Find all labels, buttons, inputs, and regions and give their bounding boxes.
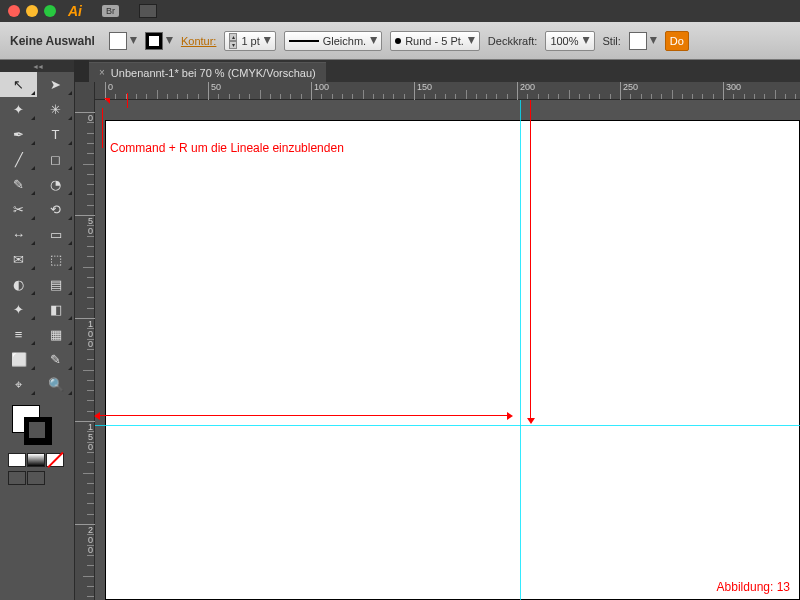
tool-10[interactable]: ✂ xyxy=(0,197,37,222)
style-label: Stil: xyxy=(603,35,621,47)
guide-vertical[interactable] xyxy=(520,100,521,600)
tool-2[interactable]: ✦ xyxy=(0,97,37,122)
ruler-v-tick: 100 xyxy=(75,318,95,349)
tool-17[interactable]: ▤ xyxy=(37,272,74,297)
doc-setup-button[interactable]: Do xyxy=(665,31,689,51)
close-window-button[interactable] xyxy=(8,5,20,17)
tool-24[interactable]: ⌖ xyxy=(0,372,37,397)
tool-21[interactable]: ▦ xyxy=(37,322,74,347)
control-bar: Keine Auswahl Kontur: ▴▾ 1 pt Gleichm. R… xyxy=(0,22,800,60)
ruler-v-tick: 150 xyxy=(75,421,95,452)
bridge-button[interactable]: Br xyxy=(102,5,119,17)
tool-18[interactable]: ✦ xyxy=(0,297,37,322)
tool-16[interactable]: ◐ xyxy=(0,272,37,297)
ruler-v-tick: 200 xyxy=(75,524,95,555)
titlebar: Ai Br xyxy=(0,0,800,22)
annotation-arrow-vertical xyxy=(530,100,531,418)
maximize-window-button[interactable] xyxy=(44,5,56,17)
tool-9[interactable]: ◔ xyxy=(37,172,74,197)
fill-swatch[interactable] xyxy=(109,32,137,50)
annotation-arrow-horizontal xyxy=(100,415,507,416)
tool-3[interactable]: ✳ xyxy=(37,97,74,122)
tool-11[interactable]: ⟲ xyxy=(37,197,74,222)
ruler-h-tick: 100 xyxy=(311,82,329,100)
stroke-label[interactable]: Kontur: xyxy=(181,35,216,47)
selection-status: Keine Auswahl xyxy=(10,34,95,48)
close-tab-icon[interactable]: × xyxy=(99,67,105,78)
ruler-h-tick: 250 xyxy=(620,82,638,100)
tool-0[interactable]: ↖ xyxy=(0,72,37,97)
stroke-swatch[interactable] xyxy=(145,32,173,50)
ruler-h-tick: 200 xyxy=(517,82,535,100)
tool-4[interactable]: ✒ xyxy=(0,122,37,147)
fill-stroke-proxy[interactable] xyxy=(0,401,74,451)
annotation-text-rulers: Command + R um die Lineale einzublenden xyxy=(110,141,344,155)
figure-caption: Abbildung: 13 xyxy=(717,580,790,594)
document-tab[interactable]: × Unbenannt-1* bei 70 % (CMYK/Vorschau) xyxy=(89,62,326,82)
tool-8[interactable]: ✎ xyxy=(0,172,37,197)
tool-19[interactable]: ◧ xyxy=(37,297,74,322)
guide-horizontal[interactable] xyxy=(95,425,800,426)
tool-5[interactable]: T xyxy=(37,122,74,147)
dash-dropdown[interactable]: Gleichm. xyxy=(284,31,382,51)
tool-6[interactable]: ╱ xyxy=(0,147,37,172)
ruler-h-tick: 300 xyxy=(723,82,741,100)
stroke-weight-value: 1 pt xyxy=(241,35,259,47)
tool-12[interactable]: ↔ xyxy=(0,222,37,247)
brush-dropdown[interactable]: Rund - 5 Pt. xyxy=(390,31,480,51)
document-tab-title: Unbenannt-1* bei 70 % (CMYK/Vorschau) xyxy=(111,67,316,79)
style-dropdown[interactable] xyxy=(629,32,657,50)
annotation-arrow-origin xyxy=(108,102,109,103)
opacity-input[interactable]: 100% xyxy=(545,31,594,51)
tool-20[interactable]: ≡ xyxy=(0,322,37,347)
opacity-label: Deckkraft: xyxy=(488,35,538,47)
tool-1[interactable]: ➤ xyxy=(37,72,74,97)
panel-collapse-handle[interactable] xyxy=(0,60,74,72)
tool-23[interactable]: ✎ xyxy=(37,347,74,372)
none-mode-button[interactable] xyxy=(46,453,64,467)
tool-22[interactable]: ⬜ xyxy=(0,347,37,372)
tool-7[interactable]: ◻ xyxy=(37,147,74,172)
tool-13[interactable]: ▭ xyxy=(37,222,74,247)
tool-15[interactable]: ⬚ xyxy=(37,247,74,272)
gradient-mode-button[interactable] xyxy=(27,453,45,467)
workspace-switcher[interactable] xyxy=(139,4,157,18)
color-mode-button[interactable] xyxy=(8,453,26,467)
tool-panel: ↖➤✦✳✒T╱◻✎◔✂⟲↔▭✉⬚◐▤✦◧≡▦⬜✎⌖🔍 xyxy=(0,60,75,600)
artboard[interactable] xyxy=(105,120,800,600)
tool-14[interactable]: ✉ xyxy=(0,247,37,272)
document-tab-strip: × Unbenannt-1* bei 70 % (CMYK/Vorschau) xyxy=(75,60,800,82)
ruler-horizontal[interactable]: 050100150200250300 xyxy=(95,82,800,100)
screen-mode-full[interactable] xyxy=(27,471,45,485)
ruler-vertical[interactable]: 050100150200 xyxy=(75,82,95,600)
app-logo: Ai xyxy=(68,3,82,19)
stroke-weight-input[interactable]: ▴▾ 1 pt xyxy=(224,31,275,51)
ruler-h-tick: 150 xyxy=(414,82,432,100)
stroke-proxy[interactable] xyxy=(24,417,52,445)
screen-mode-normal[interactable] xyxy=(8,471,26,485)
tool-25[interactable]: 🔍 xyxy=(37,372,74,397)
minimize-window-button[interactable] xyxy=(26,5,38,17)
